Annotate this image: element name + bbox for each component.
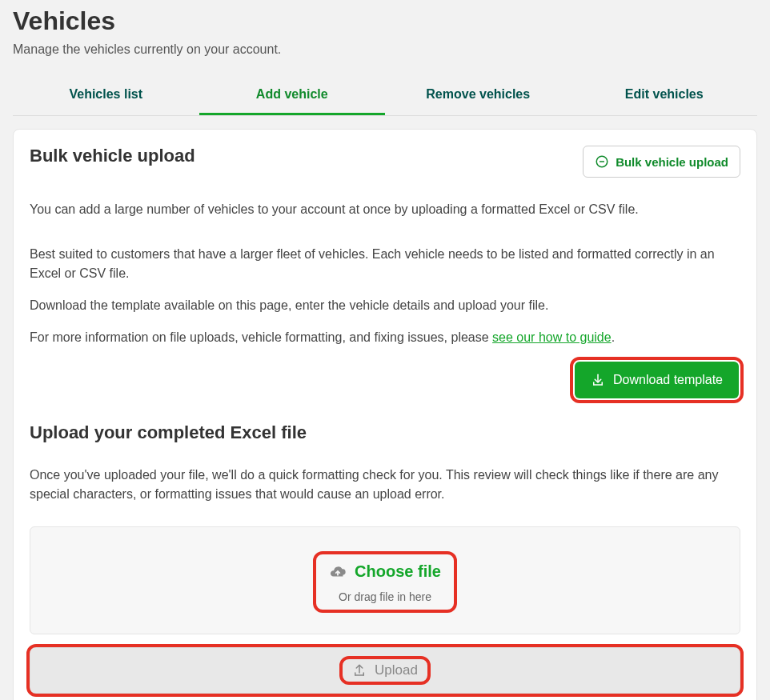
intro-text-4-prefix: For more information on file uploads, ve…: [30, 330, 492, 344]
bulk-upload-card: Bulk vehicle upload Bulk vehicle upload …: [13, 129, 757, 700]
tab-remove-vehicles[interactable]: Remove vehicles: [385, 76, 571, 115]
how-to-guide-link[interactable]: see our how to guide: [492, 330, 612, 344]
upload-button[interactable]: Upload: [30, 647, 740, 694]
highlight-choose-file: Choose file Or drag file in here: [316, 554, 454, 610]
intro-text-4: For more information on file uploads, ve…: [30, 328, 740, 347]
file-dropzone[interactable]: Choose file Or drag file in here: [30, 526, 740, 634]
collapse-button[interactable]: Bulk vehicle upload: [583, 146, 740, 178]
tab-add-vehicle[interactable]: Add vehicle: [199, 76, 386, 115]
download-icon: [591, 373, 605, 387]
tabs: Vehicles list Add vehicle Remove vehicle…: [13, 76, 757, 116]
intro-text-1: You can add a large number of vehicles t…: [30, 200, 740, 219]
tab-edit-vehicles[interactable]: Edit vehicles: [571, 76, 758, 115]
collapse-icon: [595, 154, 609, 169]
highlight-upload: Upload: [30, 647, 740, 694]
page-subtitle: Manage the vehicles currently on your ac…: [13, 42, 757, 57]
intro-text-3: Download the template available on this …: [30, 296, 740, 315]
tab-vehicles-list[interactable]: Vehicles list: [13, 76, 199, 115]
cloud-upload-icon: [329, 563, 347, 581]
download-template-button[interactable]: Download template: [575, 362, 739, 398]
collapse-button-label: Bulk vehicle upload: [616, 155, 728, 169]
card-title: Bulk vehicle upload: [30, 146, 195, 166]
choose-file-label: Choose file: [355, 562, 441, 581]
upload-icon: [352, 663, 367, 678]
intro-text-2: Best suited to customers that have a lar…: [30, 245, 740, 283]
intro-text-4-suffix: .: [612, 330, 615, 344]
download-template-label: Download template: [613, 373, 723, 387]
upload-section-title: Upload your completed Excel file: [30, 422, 740, 443]
drop-hint: Or drag file in here: [329, 590, 441, 603]
upload-button-label: Upload: [375, 662, 418, 678]
highlight-upload-inner: Upload: [343, 659, 427, 682]
choose-file-button[interactable]: Choose file: [329, 562, 441, 581]
page-title: Vehicles: [13, 6, 757, 36]
upload-section-text: Once you've uploaded your file, we'll do…: [30, 466, 740, 504]
highlight-download: Download template: [573, 360, 740, 400]
